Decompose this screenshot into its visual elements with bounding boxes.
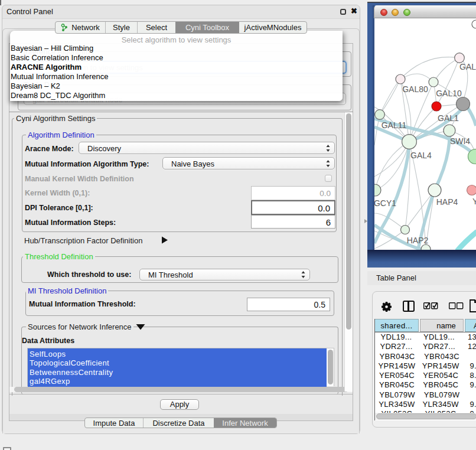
svg-text:GCY1: GCY1 [374, 198, 396, 208]
svg-text:GAL80: GAL80 [402, 84, 428, 94]
svg-text:GAL1: GAL1 [438, 113, 459, 123]
svg-text:YM: YM [472, 197, 476, 206]
svg-text:GAL4: GAL4 [410, 151, 432, 160]
svg-text:HAP2: HAP2 [407, 236, 429, 245]
svg-text:GAL11: GAL11 [382, 120, 407, 130]
svg-text:SWI4: SWI4 [450, 136, 470, 146]
svg-text:HAP4: HAP4 [436, 197, 458, 207]
svg-text:GAL2: GAL2 [459, 62, 476, 71]
svg-text:GAL10: GAL10 [436, 89, 462, 98]
